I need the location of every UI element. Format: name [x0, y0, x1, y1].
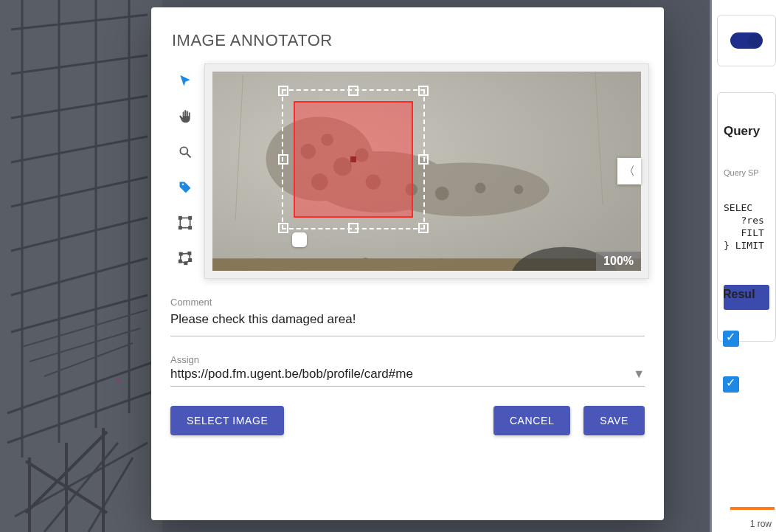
svg-point-49 [366, 174, 381, 190]
select-image-button[interactable]: SELECT IMAGE [170, 406, 284, 435]
svg-point-46 [333, 157, 352, 176]
cancel-button[interactable]: CANCEL [493, 406, 570, 435]
progress-bar [730, 507, 775, 510]
svg-point-27 [180, 147, 187, 154]
drag-handle[interactable] [292, 232, 307, 247]
svg-point-48 [311, 173, 328, 190]
polygon-icon [178, 251, 193, 266]
svg-point-51 [435, 187, 449, 201]
tag-tool[interactable] [176, 179, 194, 196]
pointer-tool[interactable] [176, 72, 194, 90]
toggle-card [717, 15, 776, 66]
svg-point-53 [514, 185, 523, 194]
result-checkbox[interactable] [723, 376, 739, 393]
hand-icon [178, 109, 193, 124]
query-subheader: Query SP [724, 168, 769, 177]
comment-label: Comment [170, 297, 645, 308]
result-checkbox[interactable] [723, 331, 739, 347]
comment-field[interactable]: Comment Please check this damaged area! [170, 297, 645, 336]
annotation-canvas[interactable]: 〈 100% [204, 63, 649, 279]
svg-rect-30 [179, 217, 181, 219]
row-count: 1 row [750, 519, 772, 529]
svg-point-47 [355, 148, 369, 162]
svg-rect-36 [188, 252, 190, 255]
assign-field[interactable]: Assign https://pod.fm.ugent.be/bob/profi… [170, 354, 645, 387]
zoom-tool[interactable] [176, 143, 194, 161]
image-annotator-modal: IMAGE ANNOTATOR [151, 7, 664, 520]
zoom-badge: 100% [596, 252, 641, 271]
results-header: Resul [717, 288, 776, 301]
result-checks [717, 325, 776, 428]
tool-strip [166, 63, 204, 279]
polygon-tool[interactable] [176, 249, 194, 267]
query-code[interactable]: SELEC ?res FILT } LIMIT [724, 202, 769, 252]
svg-rect-32 [179, 227, 181, 229]
query-header: Query [724, 124, 769, 139]
comment-value[interactable]: Please check this damaged area! [170, 309, 645, 336]
svg-point-44 [300, 144, 316, 159]
svg-point-52 [475, 183, 486, 194]
tag-icon [178, 180, 193, 195]
chevron-left-icon: 〈 [623, 164, 635, 179]
right-panel: Query Query SP SELEC ?res FILT } LIMIT R… [710, 0, 776, 532]
pointer-icon [178, 74, 193, 89]
assign-label: Assign [170, 354, 645, 365]
pan-tool[interactable] [176, 108, 194, 125]
svg-point-50 [405, 184, 418, 196]
rect-tool[interactable] [176, 214, 194, 232]
feature-toggle[interactable] [730, 32, 763, 49]
svg-rect-38 [184, 262, 187, 264]
svg-point-55 [254, 258, 263, 267]
chevron-down-icon[interactable]: ▼ [633, 367, 645, 381]
save-button[interactable]: SAVE [583, 406, 645, 435]
svg-rect-31 [189, 217, 191, 219]
query-card: Query Query SP SELEC ?res FILT } LIMIT [717, 92, 776, 342]
collapse-panel-button[interactable]: 〈 [617, 158, 641, 184]
svg-line-28 [187, 154, 191, 158]
modal-title: IMAGE ANNOTATOR [151, 7, 664, 63]
annotated-image [212, 72, 641, 271]
rect-icon [178, 215, 193, 230]
svg-point-57 [361, 258, 370, 266]
assign-value: https://pod.fm.ugent.be/bob/profile/card… [170, 367, 413, 381]
svg-point-45 [321, 134, 333, 146]
magnifier-icon [178, 145, 193, 159]
svg-rect-35 [180, 253, 182, 255]
svg-point-56 [300, 260, 308, 268]
svg-rect-33 [189, 227, 191, 229]
svg-rect-37 [189, 259, 191, 261]
svg-point-58 [437, 258, 448, 269]
svg-rect-39 [179, 260, 181, 263]
